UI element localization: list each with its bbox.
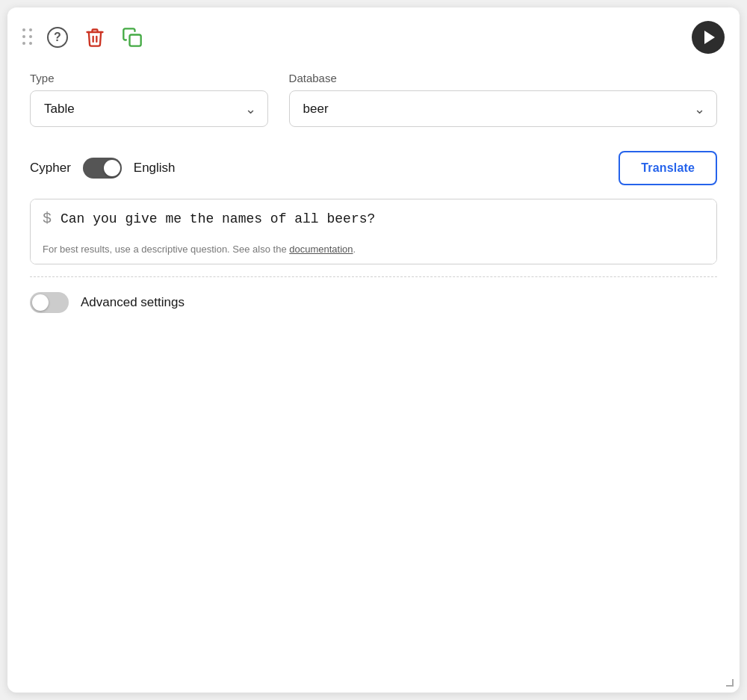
- database-label: Database: [289, 72, 717, 84]
- resize-icon: [726, 679, 734, 687]
- toolbar-left: ?: [22, 24, 681, 51]
- query-input-row: $: [31, 199, 716, 238]
- toggle-thumb: [104, 160, 120, 176]
- advanced-settings-label: Advanced settings: [81, 295, 185, 310]
- section-divider: [30, 276, 717, 277]
- cypher-row: Cypher English Translate: [30, 151, 717, 185]
- english-label: English: [134, 161, 607, 176]
- advanced-toggle-thumb: [32, 294, 49, 311]
- delete-button[interactable]: [81, 24, 108, 51]
- hint-text: For best results, use a descriptive ques…: [43, 244, 289, 255]
- hint-suffix: .: [353, 244, 356, 255]
- type-select-wrapper: Table Node Relationship ⌄: [30, 90, 268, 127]
- documentation-link[interactable]: documentation: [289, 244, 353, 255]
- translate-button[interactable]: Translate: [619, 151, 717, 185]
- dollar-sign: $: [43, 210, 52, 227]
- copy-icon: [122, 27, 143, 48]
- database-select[interactable]: beer neo4j system: [289, 90, 717, 127]
- type-group: Type Table Node Relationship ⌄: [30, 72, 268, 127]
- query-input[interactable]: [61, 211, 704, 226]
- database-select-wrapper: beer neo4j system ⌄: [289, 90, 717, 127]
- trash-icon: [84, 27, 105, 48]
- help-icon: ?: [47, 27, 68, 48]
- play-button[interactable]: [692, 21, 725, 54]
- main-content: Type Table Node Relationship ⌄ Database …: [7, 64, 740, 335]
- advanced-toggle[interactable]: [30, 292, 69, 313]
- language-toggle[interactable]: [83, 158, 122, 179]
- type-select[interactable]: Table Node Relationship: [30, 90, 268, 127]
- form-row: Type Table Node Relationship ⌄ Database …: [30, 72, 717, 127]
- main-card: ?: [7, 7, 740, 693]
- database-group: Database beer neo4j system ⌄: [289, 72, 717, 127]
- resize-handle[interactable]: [723, 676, 734, 687]
- copy-button[interactable]: [119, 24, 146, 51]
- toolbar: ?: [7, 7, 740, 64]
- type-label: Type: [30, 72, 268, 84]
- cypher-label: Cypher: [30, 161, 71, 176]
- advanced-row: Advanced settings: [30, 292, 717, 313]
- hint-row: For best results, use a descriptive ques…: [31, 238, 716, 264]
- drag-handle-icon[interactable]: [22, 28, 34, 46]
- query-area: $ For best results, use a descriptive qu…: [30, 199, 717, 264]
- help-button[interactable]: ?: [44, 24, 71, 51]
- svg-rect-0: [130, 35, 141, 46]
- play-icon: [704, 31, 715, 44]
